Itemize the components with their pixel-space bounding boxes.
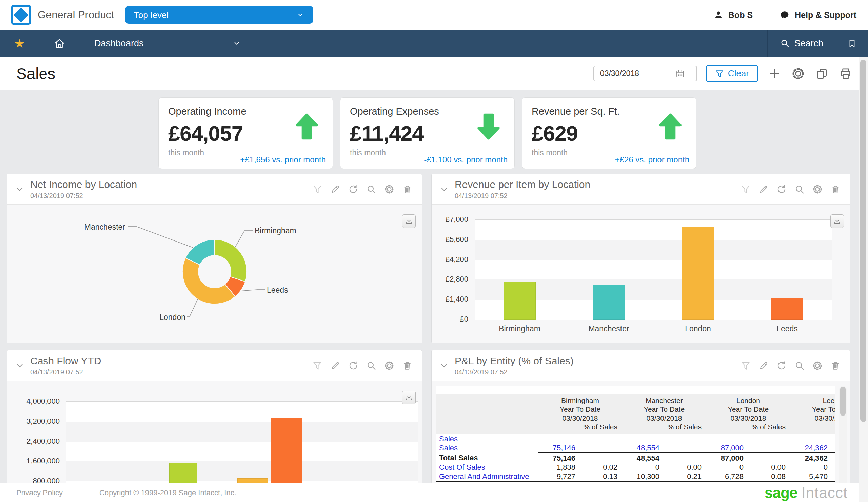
pnl-cell: 5,470 [790, 472, 833, 482]
pnl-cell [833, 443, 835, 453]
pnl-column-header-birmingham: BirminghamYear To Date03/30/2018% of Sal… [538, 394, 622, 434]
pnl-row-label[interactable]: Sales [436, 443, 538, 453]
pnl-column-header-manchester: ManchesterYear To Date03/30/2018% of Sal… [622, 394, 706, 434]
revenue-bar-london[interactable] [682, 227, 714, 319]
privacy-policy-link[interactable]: Privacy Policy [16, 489, 63, 497]
collapse-chevron-icon[interactable] [440, 185, 448, 194]
chevron-down-icon [296, 11, 304, 19]
edit-pencil-icon[interactable] [758, 360, 769, 371]
page-scrollbar-thumb[interactable] [860, 60, 866, 422]
filter-funnel-icon[interactable] [741, 360, 751, 371]
pnl-cell[interactable]: 87,000 [706, 443, 748, 453]
copyright-text: Copyright © 1999-2019 Sage Intacct, Inc. [99, 489, 236, 497]
collapse-chevron-icon[interactable] [440, 361, 448, 370]
help-support[interactable]: Help & Support [779, 10, 857, 20]
brand-name: General Product [38, 9, 114, 21]
edit-pencil-icon[interactable] [330, 184, 340, 194]
pnl-row-label[interactable]: Cost Of Sales [436, 463, 538, 472]
duplicate-dashboard-button[interactable] [814, 66, 829, 81]
download-chart-button[interactable] [402, 391, 416, 404]
cashflow-bar-1[interactable] [237, 478, 268, 483]
gear-icon[interactable] [813, 360, 823, 371]
user-menu[interactable]: Bob S [713, 10, 753, 20]
refresh-icon[interactable] [776, 184, 787, 194]
pnl-scrollbar[interactable] [839, 386, 847, 483]
pnl-cell: 0 [622, 463, 664, 472]
pnl-cell[interactable]: 24,362 [790, 443, 833, 453]
filter-funnel-icon[interactable] [741, 184, 751, 194]
pnl-cell [833, 453, 835, 463]
pnl-cell: 48,554 [622, 453, 664, 463]
revenue-bar-manchester[interactable] [593, 285, 625, 319]
filter-funnel-icon[interactable] [312, 360, 322, 371]
trash-icon[interactable] [830, 184, 840, 194]
pnl-cell [833, 434, 835, 443]
donut-label-leeds: Leeds [267, 286, 288, 295]
favorites-star-button[interactable]: ★ [0, 30, 39, 57]
home-button[interactable] [39, 30, 79, 57]
zoom-search-icon[interactable] [366, 184, 376, 194]
zoom-search-icon[interactable] [794, 184, 805, 194]
collapse-chevron-icon[interactable] [15, 185, 24, 194]
edit-pencil-icon[interactable] [330, 360, 340, 371]
collapse-chevron-icon[interactable] [15, 361, 24, 370]
search-button[interactable]: Search [768, 30, 836, 57]
clear-filter-button[interactable]: Clear [706, 65, 758, 82]
refresh-icon[interactable] [348, 184, 358, 194]
zoom-search-icon[interactable] [794, 360, 805, 371]
revenue-bar-leeds[interactable] [771, 298, 803, 319]
nav-dashboards-menu[interactable]: Dashboards [79, 30, 256, 57]
cash-flow-chart-area: 4,000,0003,200,0002,400,0001,600,000800,… [7, 381, 422, 483]
entity-selector[interactable]: Top level [125, 6, 313, 24]
trash-icon[interactable] [402, 360, 412, 371]
bookmark-button[interactable] [836, 30, 868, 57]
page-scrollbar[interactable] [858, 57, 868, 502]
kpi-card-revenue-per-sqft: Revenue per Sq. Ft. £629 this month +£26… [522, 98, 696, 169]
calendar-icon[interactable] [675, 69, 685, 78]
gear-icon[interactable] [813, 184, 823, 194]
kpi-delta-link[interactable]: +£1,656 vs. prior month [240, 155, 326, 164]
download-chart-button[interactable] [830, 214, 844, 228]
kpi-row: Operating Income £64,057 this month +£1,… [158, 98, 696, 169]
date-filter-field[interactable] [593, 66, 697, 81]
pnl-scrollbar-thumb[interactable] [840, 387, 846, 416]
refresh-icon[interactable] [776, 360, 787, 371]
print-button[interactable] [838, 66, 853, 81]
gear-icon[interactable] [384, 184, 394, 194]
pnl-row-label[interactable]: Sales [436, 434, 538, 443]
gear-icon[interactable] [384, 360, 394, 371]
panel-header: Cash Flow YTD 04/13/2019 07:52 [7, 350, 422, 381]
cashflow-bar-2[interactable] [271, 418, 302, 483]
revenue-bar-birmingham[interactable] [504, 282, 536, 319]
edit-pencil-icon[interactable] [758, 184, 769, 194]
donut-segment-london[interactable] [183, 258, 235, 304]
pnl-row-sales: Sales75,14648,55487,00024,362 [436, 443, 835, 453]
revenue-category-label: Leeds [776, 324, 798, 334]
download-chart-button[interactable] [402, 214, 416, 228]
dashboard-settings-button[interactable] [791, 66, 806, 81]
pnl-cell: 0 [790, 463, 833, 472]
panel-actions [741, 360, 840, 371]
pnl-cell[interactable]: 75,146 [538, 443, 580, 453]
trash-icon[interactable] [830, 360, 840, 371]
refresh-icon[interactable] [348, 360, 358, 371]
date-filter-input[interactable] [599, 69, 675, 78]
filter-funnel-icon [715, 69, 724, 78]
panel-actions [741, 184, 840, 194]
zoom-search-icon[interactable] [366, 360, 376, 371]
kpi-delta-link[interactable]: -£1,100 vs. prior month [424, 155, 508, 164]
donut-segment-birmingham[interactable] [215, 239, 247, 281]
pnl-cell: 6,728 [706, 472, 748, 482]
leader-line-birmingham [235, 230, 252, 247]
trash-icon[interactable] [402, 184, 412, 194]
pnl-cell: 24,362 [790, 453, 833, 463]
filter-funnel-icon[interactable] [312, 184, 322, 194]
kpi-delta-link[interactable]: +£26 vs. prior month [615, 155, 689, 164]
pnl-row-label[interactable]: General And Administrative [436, 472, 538, 482]
intacct-logo-text: Intacct [801, 484, 848, 501]
panel-header: Revenue per Item by Location 04/13/2019 … [432, 174, 850, 205]
add-widget-button[interactable] [767, 66, 782, 81]
company-logo-icon[interactable] [11, 5, 31, 25]
cashflow-bar-0[interactable] [169, 463, 197, 483]
pnl-cell[interactable]: 48,554 [622, 443, 664, 453]
